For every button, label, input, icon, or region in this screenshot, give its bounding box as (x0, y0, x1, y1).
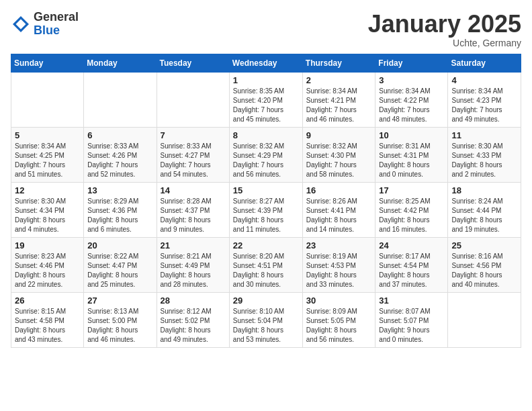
calendar-week-row: 19Sunrise: 8:23 AM Sunset: 4:46 PM Dayli… (11, 237, 521, 292)
day-number: 23 (306, 240, 372, 250)
day-number: 3 (379, 75, 444, 85)
day-number: 9 (306, 130, 372, 140)
calendar-cell: 30Sunrise: 8:09 AM Sunset: 5:05 PM Dayli… (302, 292, 375, 347)
calendar-cell: 18Sunrise: 8:24 AM Sunset: 4:44 PM Dayli… (448, 182, 521, 237)
calendar-cell: 20Sunrise: 8:22 AM Sunset: 4:47 PM Dayli… (84, 237, 157, 292)
calendar-cell (448, 292, 521, 347)
calendar-cell: 11Sunrise: 8:30 AM Sunset: 4:33 PM Dayli… (448, 127, 521, 182)
page-header: General Blue January 2025 Uchte, Germany (11, 11, 521, 48)
calendar-cell (84, 72, 157, 127)
day-number: 15 (233, 185, 299, 195)
day-info: Sunrise: 8:07 AM Sunset: 5:07 PM Dayligh… (379, 307, 444, 345)
day-number: 31 (379, 295, 444, 306)
day-info: Sunrise: 8:21 AM Sunset: 4:49 PM Dayligh… (161, 252, 226, 289)
calendar-header-monday: Monday (84, 54, 157, 72)
calendar-cell: 1Sunrise: 8:35 AM Sunset: 4:20 PM Daylig… (229, 72, 302, 127)
calendar-cell: 25Sunrise: 8:16 AM Sunset: 4:56 PM Dayli… (448, 237, 521, 292)
day-info: Sunrise: 8:23 AM Sunset: 4:46 PM Dayligh… (15, 252, 80, 289)
day-number: 29 (233, 295, 299, 306)
calendar-cell: 26Sunrise: 8:15 AM Sunset: 4:58 PM Dayli… (11, 292, 84, 347)
day-info: Sunrise: 8:12 AM Sunset: 5:02 PM Dayligh… (161, 307, 226, 345)
day-number: 10 (379, 130, 444, 140)
day-number: 19 (15, 240, 80, 250)
day-info: Sunrise: 8:15 AM Sunset: 4:58 PM Dayligh… (15, 307, 80, 345)
calendar-header-wednesday: Wednesday (229, 54, 302, 72)
logo-blue: Blue (34, 24, 79, 38)
day-number: 8 (233, 130, 299, 140)
calendar-table: SundayMondayTuesdayWednesdayThursdayFrid… (11, 54, 521, 348)
calendar-cell: 17Sunrise: 8:25 AM Sunset: 4:42 PM Dayli… (375, 182, 448, 237)
calendar-cell: 27Sunrise: 8:13 AM Sunset: 5:00 PM Dayli… (84, 292, 157, 347)
day-info: Sunrise: 8:32 AM Sunset: 4:30 PM Dayligh… (306, 142, 372, 179)
logo-icon (11, 14, 31, 34)
calendar-cell: 6Sunrise: 8:33 AM Sunset: 4:26 PM Daylig… (84, 127, 157, 182)
day-number: 11 (451, 130, 517, 140)
day-info: Sunrise: 8:09 AM Sunset: 5:05 PM Dayligh… (306, 307, 372, 345)
day-number: 4 (451, 75, 517, 85)
calendar-cell: 5Sunrise: 8:34 AM Sunset: 4:25 PM Daylig… (11, 127, 84, 182)
calendar-cell: 4Sunrise: 8:34 AM Sunset: 4:23 PM Daylig… (448, 72, 521, 127)
day-info: Sunrise: 8:34 AM Sunset: 4:21 PM Dayligh… (306, 87, 372, 124)
calendar-cell: 10Sunrise: 8:31 AM Sunset: 4:31 PM Dayli… (375, 127, 448, 182)
calendar-cell: 2Sunrise: 8:34 AM Sunset: 4:21 PM Daylig… (302, 72, 375, 127)
day-info: Sunrise: 8:27 AM Sunset: 4:39 PM Dayligh… (233, 197, 299, 234)
day-number: 18 (451, 185, 517, 195)
location: Uchte, Germany (368, 38, 521, 48)
day-info: Sunrise: 8:34 AM Sunset: 4:22 PM Dayligh… (379, 87, 444, 124)
calendar-cell: 29Sunrise: 8:10 AM Sunset: 5:04 PM Dayli… (229, 292, 302, 347)
day-number: 26 (15, 295, 80, 306)
day-info: Sunrise: 8:24 AM Sunset: 4:44 PM Dayligh… (451, 197, 517, 234)
calendar-week-row: 26Sunrise: 8:15 AM Sunset: 4:58 PM Dayli… (11, 292, 521, 347)
day-number: 28 (161, 295, 226, 306)
day-number: 16 (306, 185, 372, 195)
day-number: 7 (161, 130, 226, 140)
day-info: Sunrise: 8:33 AM Sunset: 4:26 PM Dayligh… (87, 142, 152, 179)
calendar-header-saturday: Saturday (448, 54, 521, 72)
day-number: 6 (87, 130, 152, 140)
logo-general: General (34, 11, 79, 24)
calendar-cell: 19Sunrise: 8:23 AM Sunset: 4:46 PM Dayli… (11, 237, 84, 292)
day-info: Sunrise: 8:25 AM Sunset: 4:42 PM Dayligh… (379, 197, 444, 234)
day-number: 17 (379, 185, 444, 195)
calendar-cell: 12Sunrise: 8:30 AM Sunset: 4:34 PM Dayli… (11, 182, 84, 237)
day-info: Sunrise: 8:30 AM Sunset: 4:34 PM Dayligh… (15, 197, 80, 234)
day-info: Sunrise: 8:16 AM Sunset: 4:56 PM Dayligh… (451, 252, 517, 289)
day-info: Sunrise: 8:32 AM Sunset: 4:29 PM Dayligh… (233, 142, 299, 179)
day-info: Sunrise: 8:34 AM Sunset: 4:23 PM Dayligh… (451, 87, 517, 124)
day-number: 1 (233, 75, 299, 85)
day-number: 13 (87, 185, 152, 195)
day-info: Sunrise: 8:29 AM Sunset: 4:36 PM Dayligh… (87, 197, 152, 234)
day-number: 25 (451, 240, 517, 250)
day-number: 27 (87, 295, 152, 306)
day-info: Sunrise: 8:22 AM Sunset: 4:47 PM Dayligh… (87, 252, 152, 289)
day-number: 30 (306, 295, 372, 306)
calendar-cell: 15Sunrise: 8:27 AM Sunset: 4:39 PM Dayli… (229, 182, 302, 237)
logo: General Blue (11, 11, 79, 38)
day-info: Sunrise: 8:28 AM Sunset: 4:37 PM Dayligh… (161, 197, 226, 234)
calendar-cell: 23Sunrise: 8:19 AM Sunset: 4:53 PM Dayli… (302, 237, 375, 292)
day-info: Sunrise: 8:35 AM Sunset: 4:20 PM Dayligh… (233, 87, 299, 124)
calendar-cell: 3Sunrise: 8:34 AM Sunset: 4:22 PM Daylig… (375, 72, 448, 127)
calendar-cell: 22Sunrise: 8:20 AM Sunset: 4:51 PM Dayli… (229, 237, 302, 292)
calendar-cell: 24Sunrise: 8:17 AM Sunset: 4:54 PM Dayli… (375, 237, 448, 292)
calendar-week-row: 5Sunrise: 8:34 AM Sunset: 4:25 PM Daylig… (11, 127, 521, 182)
day-number: 12 (15, 185, 80, 195)
day-number: 20 (87, 240, 152, 250)
calendar-cell: 9Sunrise: 8:32 AM Sunset: 4:30 PM Daylig… (302, 127, 375, 182)
logo-text: General Blue (34, 11, 79, 38)
calendar-cell: 31Sunrise: 8:07 AM Sunset: 5:07 PM Dayli… (375, 292, 448, 347)
calendar-cell: 21Sunrise: 8:21 AM Sunset: 4:49 PM Dayli… (157, 237, 229, 292)
calendar-cell: 16Sunrise: 8:26 AM Sunset: 4:41 PM Dayli… (302, 182, 375, 237)
calendar-header-thursday: Thursday (302, 54, 375, 72)
calendar-cell (157, 72, 229, 127)
day-number: 5 (15, 130, 80, 140)
day-info: Sunrise: 8:13 AM Sunset: 5:00 PM Dayligh… (87, 307, 152, 345)
calendar-cell (11, 72, 84, 127)
calendar-cell: 8Sunrise: 8:32 AM Sunset: 4:29 PM Daylig… (229, 127, 302, 182)
day-info: Sunrise: 8:30 AM Sunset: 4:33 PM Dayligh… (451, 142, 517, 179)
day-number: 14 (161, 185, 226, 195)
day-info: Sunrise: 8:20 AM Sunset: 4:51 PM Dayligh… (233, 252, 299, 289)
calendar-header-friday: Friday (375, 54, 448, 72)
calendar-cell: 14Sunrise: 8:28 AM Sunset: 4:37 PM Dayli… (157, 182, 229, 237)
day-info: Sunrise: 8:34 AM Sunset: 4:25 PM Dayligh… (15, 142, 80, 179)
